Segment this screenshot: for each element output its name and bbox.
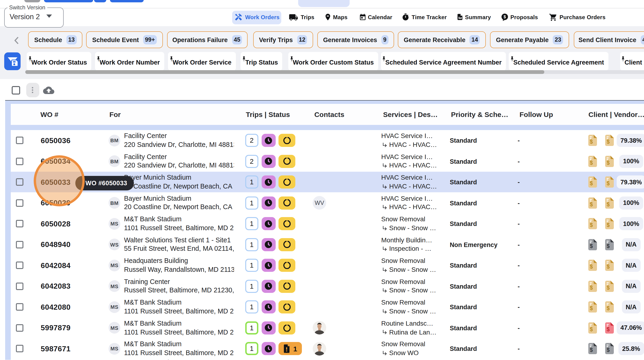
svg-text:$: $: [606, 243, 610, 249]
svg-text:$: $: [606, 326, 610, 333]
svg-text:$: $: [504, 14, 506, 19]
svg-text:$: $: [590, 326, 593, 333]
svg-text:$: $: [590, 180, 593, 186]
svg-text:$: $: [606, 139, 610, 145]
svg-text:$: $: [606, 222, 610, 228]
svg-text:$: $: [606, 160, 610, 166]
svg-text:$: $: [606, 285, 610, 291]
svg-text:$: $: [606, 305, 610, 311]
svg-text:$: $: [590, 201, 593, 207]
svg-text:$: $: [590, 222, 593, 228]
svg-text:$: $: [590, 243, 593, 249]
svg-text:$: $: [606, 264, 610, 270]
svg-text:$: $: [590, 305, 593, 311]
svg-text:$: $: [606, 347, 610, 353]
svg-text:$: $: [590, 264, 593, 270]
svg-text:$: $: [590, 139, 593, 145]
svg-text:$: $: [606, 180, 610, 186]
svg-text:$: $: [606, 201, 610, 207]
svg-text:$: $: [590, 160, 593, 166]
svg-text:$: $: [590, 347, 593, 353]
svg-text:$: $: [590, 285, 593, 291]
